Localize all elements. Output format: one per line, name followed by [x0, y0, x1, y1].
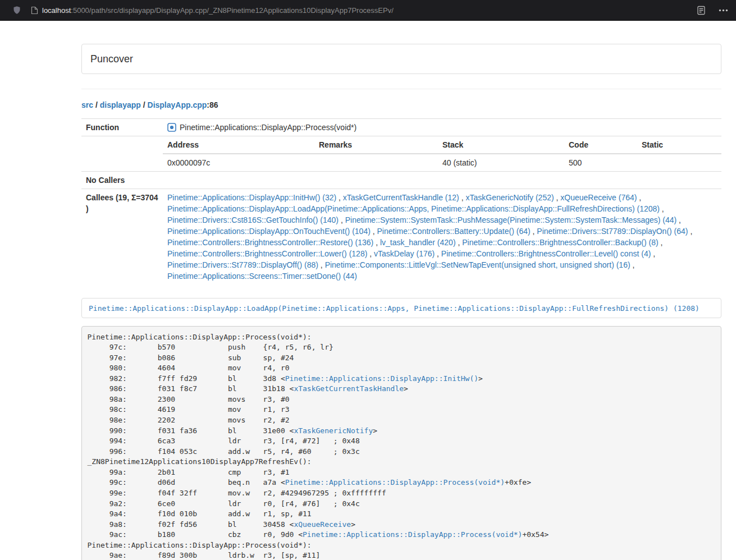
stats-value: 500	[564, 154, 637, 171]
callee-link[interactable]: Pinetime::Controllers::BrightnessControl…	[167, 238, 373, 247]
page-icon	[31, 6, 38, 15]
code-symbol-link[interactable]: Pinetime::Applications::DisplayApp::Proc…	[303, 530, 522, 539]
callee-link[interactable]: Pinetime::Applications::DisplayApp::Load…	[167, 204, 660, 213]
no-callers-label: No Callers	[81, 172, 163, 189]
callee-link[interactable]: Pinetime::Drivers::St7789::DisplayOff() …	[167, 260, 318, 269]
page-header-panel: Puncover	[81, 44, 721, 74]
callee-link[interactable]: Pinetime::Applications::DisplayApp::Init…	[167, 193, 336, 202]
callee-link[interactable]: Pinetime::Controllers::BrightnessControl…	[167, 249, 367, 258]
empty-row-label	[81, 136, 163, 172]
symbol-table: Function Pinetime::Applications::Display…	[81, 118, 721, 284]
browser-actions	[697, 6, 728, 15]
callee-link[interactable]: Pinetime::Components::LittleVgl::SetNewT…	[325, 260, 630, 269]
menu-dots-icon[interactable]	[719, 9, 728, 12]
stats-header: Address	[163, 136, 314, 154]
stats-header: Code	[564, 136, 637, 154]
callee-link[interactable]: vTaskDelay (176)	[374, 249, 435, 258]
breadcrumb: src / displayapp / DisplayApp.cpp:86	[81, 99, 721, 111]
breadcrumb-link[interactable]: src	[81, 100, 93, 109]
breadcrumb-line-number: :86	[207, 100, 218, 109]
callee-link[interactable]: Pinetime::Controllers::Battery::Update()…	[377, 227, 531, 236]
url-host: localhost	[42, 6, 71, 15]
callee-link[interactable]: lv_task_handler (420)	[380, 238, 456, 247]
divider	[81, 89, 721, 89]
callee-link[interactable]: Pinetime::Drivers::Cst816S::GetTouchInfo…	[167, 215, 339, 224]
code-symbol-link[interactable]: xQueueReceive	[294, 520, 351, 529]
stats-value-row: 0x0000097c40 (static)500	[163, 154, 721, 171]
browser-chrome: localhost:5000/path/src/displayapp/Displ…	[0, 0, 736, 21]
stats-table: AddressRemarksStackCodeStatic 0x0000097c…	[163, 136, 721, 171]
function-cell: Pinetime::Applications::DisplayApp::Proc…	[167, 122, 717, 133]
page-title: Puncover	[90, 53, 133, 65]
stats-value	[637, 154, 721, 171]
code-symbol-link[interactable]: Pinetime::Applications::DisplayApp::Init…	[285, 374, 478, 383]
callees-row: Callees (19, Σ=3704 ) Pinetime::Applicat…	[81, 189, 721, 285]
main-content: Puncover src / displayapp / DisplayApp.c…	[81, 44, 721, 560]
callee-link[interactable]: xTaskGetCurrentTaskHandle (12)	[343, 193, 459, 202]
address-bar[interactable]: localhost:5000/path/src/displayapp/Displ…	[31, 6, 686, 15]
disassembly-code: Pinetime::Applications::DisplayApp::Proc…	[81, 326, 721, 560]
function-row-label: Function	[81, 119, 163, 136]
stats-header: Static	[637, 136, 721, 154]
url-path: :5000/path/src/displayapp/DisplayApp.cpp…	[71, 6, 394, 15]
selected-callee-link[interactable]: Pinetime::Applications::DisplayApp::Load…	[89, 304, 700, 313]
breadcrumb-link[interactable]: displayapp	[100, 100, 141, 109]
stats-header-row: AddressRemarksStackCodeStatic	[163, 136, 721, 154]
code-symbol-link[interactable]: xTaskGenericNotify	[294, 426, 373, 435]
stats-value	[314, 154, 438, 171]
reader-view-icon[interactable]	[697, 6, 705, 15]
code-symbol-link[interactable]: xTaskGetCurrentTaskHandle	[294, 384, 404, 393]
selected-callee-box: Pinetime::Applications::DisplayApp::Load…	[81, 298, 721, 318]
code-symbol-link[interactable]: Pinetime::Applications::DisplayApp::Proc…	[285, 478, 505, 486]
callees-label: Callees (19, Σ=3704 )	[81, 189, 163, 285]
url-text: localhost:5000/path/src/displayapp/Displ…	[42, 6, 394, 15]
function-name: Pinetime::Applications::DisplayApp::Proc…	[180, 122, 356, 133]
callee-link[interactable]: xQueueReceive (764)	[560, 193, 637, 202]
stats-value: 40 (static)	[438, 154, 564, 171]
callee-link[interactable]: Pinetime::Drivers::St7789::DisplayOn() (…	[537, 227, 688, 236]
function-row: Function Pinetime::Applications::Display…	[81, 119, 721, 136]
callee-link[interactable]: Pinetime::Applications::Screens::Timer::…	[167, 272, 357, 281]
stats-header: Remarks	[314, 136, 438, 154]
function-type-icon	[167, 123, 176, 132]
no-callers-row: No Callers	[81, 172, 721, 189]
callee-link[interactable]: Pinetime::Applications::DisplayApp::OnTo…	[167, 227, 371, 236]
callee-link[interactable]: Pinetime::Controllers::BrightnessControl…	[462, 238, 658, 247]
callees-list: Pinetime::Applications::DisplayApp::Init…	[167, 192, 717, 282]
stats-value: 0x0000097c	[163, 154, 314, 171]
stats-row: AddressRemarksStackCodeStatic 0x0000097c…	[81, 136, 721, 172]
security-shield-icon[interactable]	[12, 6, 21, 15]
breadcrumb-link[interactable]: DisplayApp.cpp	[148, 100, 207, 109]
stats-header: Stack	[438, 136, 564, 154]
callee-link[interactable]: Pinetime::Controllers::BrightnessControl…	[441, 249, 651, 258]
callee-link[interactable]: xTaskGenericNotify (252)	[465, 193, 554, 202]
callee-link[interactable]: Pinetime::System::SystemTask::PushMessag…	[345, 215, 677, 224]
